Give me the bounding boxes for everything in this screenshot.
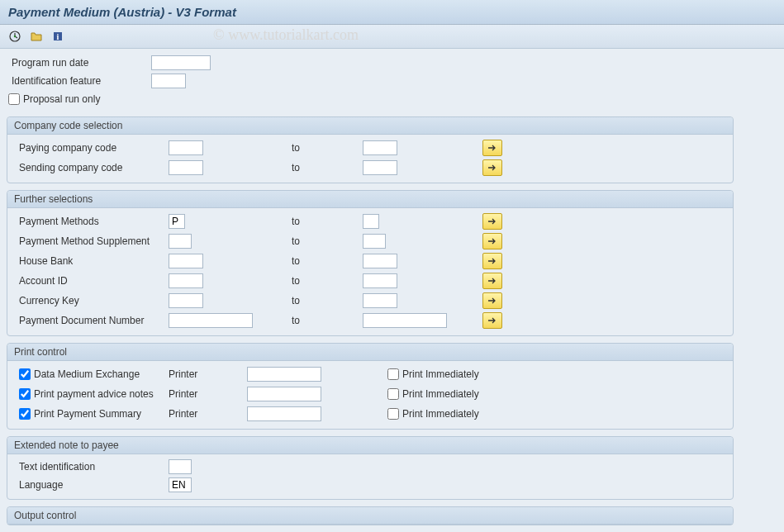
immed-label: Print Immediately	[402, 368, 479, 380]
payment-doc-number-from[interactable]	[169, 313, 253, 328]
summary-check-label: Print Payment Summary	[34, 408, 141, 420]
range-row: Payment Method Supplement to	[7, 231, 733, 251]
summary-immed-checkbox[interactable]	[387, 408, 399, 420]
to-label: to	[280, 295, 363, 306]
house-bank-to[interactable]	[363, 254, 397, 268]
text-id-input[interactable]	[169, 459, 192, 474]
arrow-right-icon	[487, 257, 497, 265]
multi-select-button[interactable]	[482, 159, 502, 176]
execute-button[interactable]	[7, 28, 23, 45]
dme-checkbox[interactable]	[19, 368, 31, 380]
multi-select-button[interactable]	[482, 233, 502, 249]
range-row: Currency Key to	[7, 291, 733, 311]
range-row: Payment Methods to	[7, 211, 733, 231]
dme-check-label: Data Medium Exchange	[34, 368, 140, 380]
range-row: Payment Document Number to	[7, 311, 733, 330]
to-label: to	[280, 255, 363, 267]
multi-select-button[interactable]	[482, 292, 502, 309]
house-bank-label: House Bank	[7, 255, 169, 267]
svg-text:i: i	[57, 32, 59, 41]
payment-doc-number-label: Payment Document Number	[7, 315, 169, 326]
sending-company-to[interactable]	[363, 160, 397, 175]
range-row: Sending company code to	[7, 158, 733, 178]
further-group: Further selections Payment Methods to Pa…	[7, 190, 734, 336]
range-row: Account ID to	[7, 271, 733, 291]
arrow-right-icon	[487, 316, 497, 325]
payment-method-supplement-label: Payment Method Supplement	[7, 235, 169, 247]
top-fields: Program run date Identification feature …	[7, 54, 777, 108]
multi-select-button[interactable]	[482, 312, 502, 329]
info-button[interactable]: i	[50, 28, 66, 45]
print-row: Data Medium Exchange Printer Print Immed…	[7, 364, 733, 384]
printer-label: Printer	[169, 408, 247, 420]
currency-key-to[interactable]	[363, 293, 397, 308]
arrow-right-icon	[487, 164, 497, 172]
proposal-label: Proposal run only	[23, 93, 100, 105]
immed-label: Print Immediately	[402, 388, 479, 400]
toolbar: i	[0, 25, 784, 49]
program-run-date-input[interactable]	[151, 55, 211, 70]
printer-label: Printer	[169, 368, 247, 380]
to-label: to	[280, 235, 363, 247]
page-root: Payment Medium (Austria) - V3 Format © w…	[0, 0, 784, 532]
print-group: Print control Data Medium Exchange Print…	[7, 343, 734, 430]
payment-doc-number-to[interactable]	[363, 313, 447, 328]
payment-method-supplement-to[interactable]	[363, 234, 386, 249]
advice-checkbox[interactable]	[19, 388, 31, 400]
output-header: Output control	[7, 507, 733, 525]
output-group: Output control	[7, 506, 734, 525]
to-label: to	[280, 162, 363, 173]
multi-select-button[interactable]	[482, 273, 502, 289]
paying-company-to[interactable]	[363, 140, 397, 155]
extended-group: Extended note to payee Text identificati…	[7, 436, 734, 500]
account-id-to[interactable]	[363, 273, 397, 288]
multi-select-button[interactable]	[482, 213, 502, 230]
currency-key-from[interactable]	[169, 293, 203, 308]
proposal-checkbox[interactable]	[8, 93, 20, 105]
clock-execute-icon	[8, 30, 21, 43]
print-row: Print payment advice notes Printer Print…	[7, 384, 733, 404]
arrow-right-icon	[487, 277, 497, 285]
account-id-from[interactable]	[169, 273, 203, 288]
payment-methods-from[interactable]	[169, 214, 185, 229]
arrow-right-icon	[487, 144, 497, 152]
arrow-right-icon	[487, 237, 497, 245]
get-variant-button[interactable]	[28, 28, 45, 45]
paying-company-from[interactable]	[169, 140, 203, 155]
print-row: Print Payment Summary Printer Print Imme…	[7, 404, 733, 424]
immed-label: Print Immediately	[402, 408, 479, 420]
info-icon: i	[51, 30, 64, 43]
extended-header: Extended note to payee	[7, 437, 733, 454]
multi-select-button[interactable]	[482, 140, 502, 156]
identification-label: Identification feature	[7, 75, 151, 87]
arrow-right-icon	[487, 217, 497, 226]
text-id-label: Text identification	[7, 461, 169, 473]
dme-printer-input[interactable]	[247, 367, 321, 382]
summary-printer-input[interactable]	[247, 406, 321, 421]
print-header: Print control	[7, 344, 733, 361]
language-label: Language	[7, 479, 169, 491]
payment-method-supplement-from[interactable]	[169, 234, 192, 249]
range-row: House Bank to	[7, 251, 733, 271]
to-label: to	[280, 142, 363, 154]
house-bank-from[interactable]	[169, 254, 203, 268]
sending-company-from[interactable]	[169, 160, 203, 175]
dme-immed-checkbox[interactable]	[387, 368, 399, 380]
multi-select-button[interactable]	[482, 253, 502, 269]
advice-check-label: Print payment advice notes	[34, 388, 154, 400]
payment-methods-label: Payment Methods	[7, 216, 169, 227]
summary-checkbox[interactable]	[19, 408, 31, 420]
advice-printer-input[interactable]	[247, 387, 321, 401]
account-id-label: Account ID	[7, 275, 169, 287]
svg-point-1	[14, 36, 16, 37]
page-title: Payment Medium (Austria) - V3 Format	[0, 0, 784, 25]
folder-icon	[30, 30, 43, 43]
payment-methods-to[interactable]	[363, 214, 379, 229]
content-area: Program run date Identification feature …	[0, 49, 784, 532]
identification-input[interactable]	[151, 74, 186, 88]
arrow-right-icon	[487, 297, 497, 305]
company-header: Company code selection	[7, 117, 733, 135]
to-label: to	[280, 315, 363, 326]
language-input[interactable]	[169, 477, 192, 492]
advice-immed-checkbox[interactable]	[387, 388, 399, 400]
